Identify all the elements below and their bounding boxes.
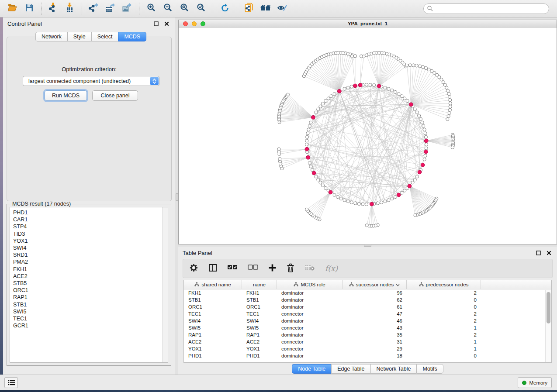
- column-header-MCDS-role[interactable]: MCDS role: [277, 280, 343, 289]
- graph-node[interactable]: [343, 87, 346, 90]
- graph-node[interactable]: [346, 200, 349, 203]
- run-mcds-button[interactable]: Run MCDS: [45, 90, 87, 101]
- graph-node[interactable]: [330, 95, 333, 98]
- graph-node[interactable]: [447, 92, 450, 95]
- graph-node[interactable]: [446, 117, 449, 120]
- graph-node[interactable]: [324, 186, 327, 189]
- mcds-result-list[interactable]: PHD1CAR1STP4TID3YOX1SWI4SRD1PMA2FKH1ACE2…: [10, 207, 168, 363]
- tab-node-table[interactable]: Node Table: [292, 364, 331, 374]
- table-row[interactable]: STB1STB1dominator620: [184, 296, 551, 303]
- graph-node[interactable]: [336, 196, 339, 199]
- graph-node[interactable]: [451, 146, 454, 149]
- graph-node[interactable]: [415, 111, 419, 114]
- open-file-button[interactable]: [4, 1, 21, 16]
- graph-node[interactable]: [376, 202, 379, 205]
- graph-node[interactable]: [327, 97, 330, 100]
- graph-node[interactable]: [380, 201, 383, 204]
- mcds-result-item[interactable]: FKH1: [13, 266, 168, 273]
- graph-hub-node[interactable]: [418, 170, 422, 174]
- graph-node[interactable]: [423, 128, 426, 131]
- splitter-grip[interactable]: [176, 193, 178, 201]
- graph-node[interactable]: [443, 83, 446, 86]
- graph-node[interactable]: [309, 165, 312, 168]
- graph-node[interactable]: [446, 89, 450, 92]
- table-row[interactable]: SWI5SWI5connector431: [184, 324, 551, 331]
- export-network-button[interactable]: [86, 1, 102, 16]
- mcds-result-item[interactable]: STB1: [13, 301, 168, 308]
- column-header-predecessor-nodes[interactable]: predecessor nodes: [407, 280, 481, 289]
- graph-hub-node[interactable]: [424, 139, 428, 143]
- graph-hub-node[interactable]: [305, 147, 309, 151]
- graph-node[interactable]: [445, 86, 448, 89]
- table-row[interactable]: ORC1ORC1dominator610: [184, 303, 551, 310]
- graph-node[interactable]: [391, 89, 394, 92]
- tab-mcds[interactable]: MCDS: [118, 32, 146, 41]
- graph-node[interactable]: [397, 93, 400, 96]
- table-row[interactable]: TEC1TEC1connector472: [184, 310, 551, 317]
- graph-node[interactable]: [413, 108, 416, 111]
- graph-node[interactable]: [353, 55, 356, 58]
- add-column-button[interactable]: [268, 264, 277, 274]
- vertical-splitter[interactable]: [175, 17, 178, 375]
- graph-node[interactable]: [449, 105, 452, 108]
- graph-node[interactable]: [418, 65, 421, 68]
- network-graph[interactable]: [179, 28, 557, 244]
- graph-node[interactable]: [350, 55, 353, 58]
- tab-edge-table[interactable]: Edge Table: [331, 364, 370, 374]
- graph-node[interactable]: [424, 154, 427, 157]
- graph-node[interactable]: [319, 105, 322, 108]
- graph-hub-node[interactable]: [409, 103, 413, 107]
- graph-node[interactable]: [365, 83, 368, 86]
- graph-node[interactable]: [405, 64, 408, 67]
- tab-style[interactable]: Style: [67, 32, 91, 41]
- table-scrollbar[interactable]: [545, 290, 551, 362]
- graph-node[interactable]: [277, 148, 280, 151]
- scrollbar-thumb[interactable]: [547, 292, 550, 323]
- graph-hub-node[interactable]: [311, 115, 315, 119]
- mcds-result-item[interactable]: SWI4: [13, 244, 168, 251]
- graph-node[interactable]: [346, 86, 349, 89]
- tab-motifs[interactable]: Motifs: [416, 364, 443, 374]
- graph-node[interactable]: [305, 139, 308, 142]
- table-row[interactable]: SWI4SWI4dominator462: [184, 317, 551, 324]
- graph-node[interactable]: [448, 108, 451, 111]
- close-panel-icon[interactable]: [545, 249, 553, 256]
- mcds-result-item[interactable]: PHD1: [13, 209, 168, 216]
- graph-node[interactable]: [387, 199, 390, 202]
- mcds-result-item[interactable]: ORC1: [13, 287, 168, 294]
- graph-node[interactable]: [324, 100, 327, 103]
- graph-node[interactable]: [350, 85, 353, 88]
- graph-node[interactable]: [322, 184, 325, 187]
- graph-node[interactable]: [411, 181, 414, 184]
- graph-hub-node[interactable]: [377, 84, 381, 88]
- graph-node[interactable]: [421, 121, 424, 124]
- graph-node[interactable]: [448, 111, 451, 114]
- graph-node[interactable]: [425, 143, 428, 146]
- graph-node[interactable]: [413, 178, 416, 181]
- graph-node[interactable]: [319, 181, 322, 184]
- graph-node[interactable]: [309, 121, 312, 124]
- mcds-result-item[interactable]: TID3: [13, 230, 168, 237]
- graph-node[interactable]: [365, 203, 368, 206]
- graph-node[interactable]: [317, 108, 320, 111]
- graph-node[interactable]: [322, 102, 325, 105]
- graph-node[interactable]: [448, 96, 451, 99]
- mcds-result-item[interactable]: SRD1: [13, 251, 168, 258]
- criterion-dropdown[interactable]: largest connected component (undirected): [23, 76, 159, 86]
- graph-hub-node[interactable]: [421, 163, 425, 167]
- mcds-result-item[interactable]: STB5: [13, 280, 168, 287]
- close-window-icon[interactable]: [183, 21, 188, 26]
- graph-node[interactable]: [384, 86, 387, 89]
- graph-node[interactable]: [365, 224, 368, 227]
- graph-node[interactable]: [308, 162, 311, 165]
- mcds-result-item[interactable]: YOX1: [13, 237, 168, 244]
- table-row[interactable]: YOX1YOX1connector291: [184, 345, 551, 352]
- graph-hub-node[interactable]: [397, 193, 401, 197]
- graph-node[interactable]: [400, 95, 403, 98]
- graph-hub-node[interactable]: [358, 83, 362, 87]
- graph-hub-node[interactable]: [370, 202, 374, 206]
- zoom-out-button[interactable]: [159, 1, 176, 16]
- graph-node[interactable]: [278, 158, 281, 161]
- graph-node[interactable]: [414, 213, 417, 217]
- zoom-selected-button[interactable]: [193, 1, 209, 16]
